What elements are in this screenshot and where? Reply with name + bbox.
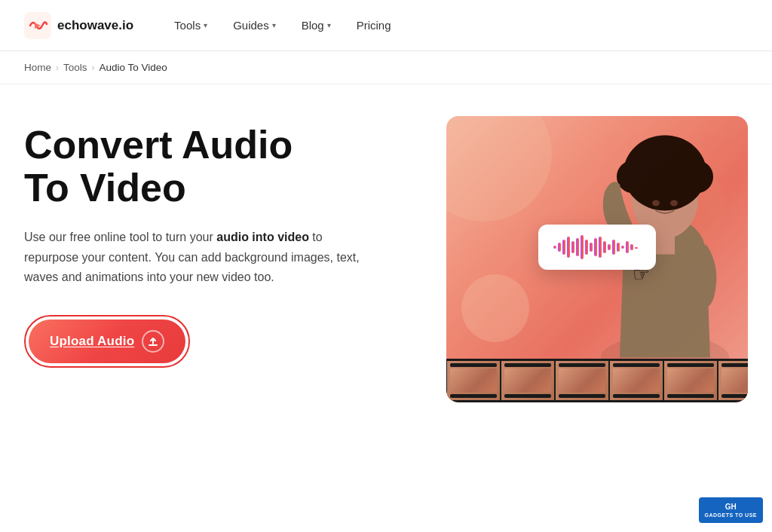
breadcrumb-current: Audio To Video bbox=[100, 62, 167, 73]
nav-pricing[interactable]: Pricing bbox=[346, 13, 402, 38]
svg-rect-16 bbox=[567, 237, 570, 258]
hero-left: Convert Audio To Video Use our free onli… bbox=[24, 124, 416, 368]
svg-rect-19 bbox=[581, 235, 584, 259]
svg-rect-31 bbox=[635, 247, 638, 249]
svg-rect-27 bbox=[617, 243, 620, 252]
svg-rect-22 bbox=[594, 238, 597, 256]
film-strip bbox=[446, 359, 748, 402]
svg-rect-28 bbox=[621, 246, 624, 249]
svg-point-11 bbox=[652, 200, 660, 206]
breadcrumb-sep-2: › bbox=[92, 63, 95, 73]
gh-badge: GH GADGETS TO USE bbox=[699, 497, 764, 523]
logo-link[interactable]: echowave.io bbox=[24, 12, 133, 39]
logo-icon bbox=[24, 12, 51, 39]
film-frame-6 bbox=[718, 361, 748, 400]
bg-shape-3 bbox=[461, 274, 529, 342]
svg-rect-24 bbox=[603, 241, 606, 253]
hero-image-area: ☞ bbox=[446, 116, 748, 402]
waveform-card: ☞ bbox=[538, 225, 656, 270]
hero-image-bg: ☞ bbox=[446, 116, 748, 402]
nav-blog[interactable]: Blog ▾ bbox=[291, 13, 342, 38]
svg-rect-26 bbox=[612, 240, 615, 255]
nav-tools[interactable]: Tools ▾ bbox=[164, 13, 218, 38]
film-frame-2 bbox=[501, 361, 554, 400]
main-content: Convert Audio To Video Use our free onli… bbox=[0, 84, 772, 433]
waveform-svg bbox=[552, 234, 642, 261]
film-frame-3 bbox=[556, 361, 608, 400]
upload-audio-button[interactable]: Upload Audio bbox=[29, 320, 185, 363]
film-frame-4 bbox=[610, 361, 663, 400]
upload-button-wrapper: Upload Audio bbox=[24, 315, 190, 368]
svg-rect-29 bbox=[626, 241, 629, 253]
nav-guides[interactable]: Guides ▾ bbox=[222, 13, 286, 38]
breadcrumb-sep-1: › bbox=[56, 63, 59, 73]
upload-icon bbox=[142, 330, 164, 353]
breadcrumb: Home › Tools › Audio To Video bbox=[0, 51, 772, 84]
svg-rect-23 bbox=[599, 237, 602, 258]
blog-chevron-icon: ▾ bbox=[327, 21, 331, 29]
nav-links: Tools ▾ Guides ▾ Blog ▾ Pricing bbox=[164, 13, 748, 38]
svg-rect-20 bbox=[585, 240, 588, 255]
svg-rect-15 bbox=[562, 240, 565, 255]
main-nav: echowave.io Tools ▾ Guides ▾ Blog ▾ Pric… bbox=[0, 0, 772, 51]
hero-description: Use our free online tool to turn your au… bbox=[24, 228, 371, 287]
hero-title: Convert Audio To Video bbox=[24, 124, 416, 209]
guides-chevron-icon: ▾ bbox=[272, 21, 276, 29]
film-frame-5 bbox=[664, 361, 717, 400]
svg-rect-30 bbox=[630, 244, 633, 250]
svg-rect-17 bbox=[571, 241, 574, 253]
cursor-hand-icon: ☞ bbox=[633, 263, 650, 286]
breadcrumb-tools[interactable]: Tools bbox=[63, 62, 87, 73]
bg-shape-1 bbox=[446, 116, 552, 222]
tools-chevron-icon: ▾ bbox=[204, 21, 207, 29]
svg-rect-10 bbox=[655, 234, 675, 255]
svg-rect-25 bbox=[608, 244, 611, 250]
brand-name: echowave.io bbox=[57, 18, 133, 33]
svg-point-9 bbox=[653, 142, 677, 167]
film-frame-1 bbox=[447, 361, 500, 400]
svg-rect-13 bbox=[553, 246, 556, 249]
svg-rect-14 bbox=[558, 243, 561, 252]
svg-rect-18 bbox=[576, 238, 579, 256]
svg-rect-21 bbox=[590, 243, 593, 252]
svg-point-12 bbox=[670, 200, 678, 206]
breadcrumb-home[interactable]: Home bbox=[24, 62, 51, 73]
